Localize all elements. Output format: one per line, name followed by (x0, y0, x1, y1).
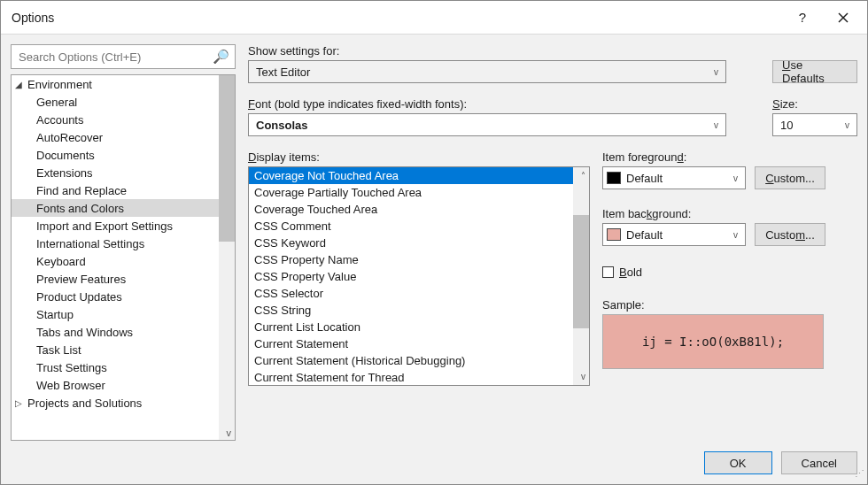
display-items-listbox[interactable]: Coverage Not Touched AreaCoverage Partia… (248, 166, 590, 386)
item-background-label: Item background: (602, 207, 857, 220)
item-foreground-label: Item foreground: (602, 150, 857, 164)
item-background-combo[interactable]: Default v (602, 223, 746, 246)
search-options-input[interactable]: 🔍 (11, 44, 236, 69)
custom-background-button[interactable]: Custom... (755, 223, 825, 246)
tree-item-autorecover[interactable]: AutoRecover (12, 128, 219, 146)
tree-scroll-down-icon[interactable]: v (227, 427, 232, 438)
display-item[interactable]: Current Statement (Historical Debugging) (249, 352, 573, 369)
display-item[interactable]: Current Statement for Thread (249, 369, 573, 386)
item-foreground-combo[interactable]: Default v (602, 166, 746, 189)
display-item[interactable]: CSS Property Name (249, 251, 573, 268)
size-value: 10 (780, 119, 793, 132)
display-items-label: Display items: (248, 150, 590, 164)
tree-item-projects-and-solutions[interactable]: ▷Projects and Solutions (12, 394, 235, 412)
font-combo[interactable]: Consolas v (248, 113, 726, 136)
cancel-button[interactable]: Cancel (781, 451, 857, 474)
tree-scrollbar[interactable] (219, 75, 235, 440)
scroll-down-icon[interactable]: v (581, 372, 585, 381)
item-foreground-value: Default (626, 172, 663, 185)
item-background-value: Default (626, 228, 663, 242)
display-item[interactable]: CSS Selector (249, 285, 573, 302)
display-item[interactable]: Coverage Not Touched Area (249, 167, 573, 184)
custom-foreground-button[interactable]: Custom... (755, 166, 825, 189)
tree-item-startup[interactable]: Startup (12, 305, 219, 323)
use-defaults-button[interactable]: Use Defaults (772, 60, 857, 83)
tree-item-trust-settings[interactable]: Trust Settings (12, 358, 219, 376)
foreground-swatch (607, 172, 621, 184)
bold-checkbox[interactable]: Bold (602, 266, 857, 279)
tree-item-preview-features[interactable]: Preview Features (12, 270, 219, 288)
display-item[interactable]: CSS Comment (249, 218, 573, 235)
scroll-up-icon[interactable]: ˄ (581, 171, 585, 181)
size-combo[interactable]: 10 v (772, 113, 857, 136)
tree-item-extensions[interactable]: Extensions (12, 164, 219, 181)
tree-item-fonts-and-colors[interactable]: Fonts and Colors (12, 199, 219, 217)
background-swatch (607, 228, 621, 241)
tree-scroll-thumb[interactable] (219, 75, 235, 242)
display-item[interactable]: Current List Location (249, 319, 573, 335)
show-settings-value: Text Editor (256, 65, 310, 79)
dialog-footer: OK Cancel (1, 444, 867, 484)
resize-grip-icon[interactable]: ⋰ (855, 472, 865, 482)
display-item[interactable]: Coverage Touched Area (249, 201, 573, 218)
display-item[interactable]: CSS String (249, 302, 573, 319)
sample-label: Sample: (602, 298, 857, 312)
search-field[interactable] (17, 50, 213, 65)
font-label: Font (bold type indicates fixed-width fo… (248, 97, 760, 111)
show-settings-combo[interactable]: Text Editor v (248, 60, 726, 83)
dialog-body: 🔍 ◢EnvironmentGeneralAccountsAutoRecover… (1, 35, 867, 444)
close-button[interactable] (823, 1, 864, 35)
tree-item-import-and-export-settings[interactable]: Import and Export Settings (12, 217, 219, 235)
chevron-down-icon: v (733, 173, 738, 183)
close-icon (838, 12, 849, 23)
help-button[interactable]: ? (782, 1, 823, 35)
display-item[interactable]: Current Statement (249, 335, 573, 352)
options-dialog: Options ? 🔍 ◢EnvironmentGeneralAccountsA… (0, 0, 868, 485)
triangle-down-icon: ◢ (15, 80, 27, 89)
chevron-down-icon: v (714, 67, 718, 77)
sample-preview: ij = I::oO(0xB81l); (602, 314, 824, 369)
tree-item-tabs-and-windows[interactable]: Tabs and Windows (12, 323, 219, 341)
chevron-down-icon: v (845, 120, 849, 130)
checkbox-box-icon (602, 266, 614, 278)
bold-label: Bold (619, 266, 642, 279)
tree-item-general[interactable]: General (12, 93, 219, 111)
window-title: Options (12, 11, 54, 25)
tree-item-label: Projects and Solutions (27, 396, 142, 410)
chevron-down-icon: v (733, 230, 738, 240)
display-item[interactable]: CSS Property Value (249, 268, 573, 285)
tree-item-product-updates[interactable]: Product Updates (12, 288, 219, 305)
tree-item-task-list[interactable]: Task List (12, 341, 219, 358)
sample-text: ij = I::oO(0xB81l); (642, 335, 784, 349)
show-settings-label: Show settings for: (248, 44, 760, 58)
tree-item-documents[interactable]: Documents (12, 146, 219, 164)
display-item[interactable]: Coverage Partially Touched Area (249, 184, 573, 201)
tree-item-find-and-replace[interactable]: Find and Replace (12, 181, 219, 199)
tree-item-environment[interactable]: ◢Environment (12, 75, 235, 93)
font-value: Consolas (256, 119, 308, 132)
tree-item-international-settings[interactable]: International Settings (12, 235, 219, 252)
listbox-scroll-thumb[interactable] (573, 215, 589, 328)
options-tree[interactable]: ◢EnvironmentGeneralAccountsAutoRecoverDo… (11, 74, 236, 441)
chevron-down-icon: v (714, 120, 718, 130)
search-icon: 🔍 (213, 49, 229, 65)
tree-item-keyboard[interactable]: Keyboard (12, 252, 219, 270)
listbox-scrollbar[interactable]: ˄ v (573, 167, 589, 385)
right-panel: Show settings for: Text Editor v Use Def… (248, 44, 857, 441)
triangle-right-icon: ▷ (15, 398, 27, 408)
tree-item-label: Environment (27, 78, 92, 91)
tree-item-accounts[interactable]: Accounts (12, 111, 219, 128)
ok-button[interactable]: OK (704, 451, 772, 474)
titlebar: Options ? (1, 1, 867, 35)
display-item[interactable]: CSS Keyword (249, 235, 573, 251)
size-label: Size: (772, 97, 857, 111)
tree-item-web-browser[interactable]: Web Browser (12, 376, 219, 394)
left-panel: 🔍 ◢EnvironmentGeneralAccountsAutoRecover… (11, 44, 236, 441)
